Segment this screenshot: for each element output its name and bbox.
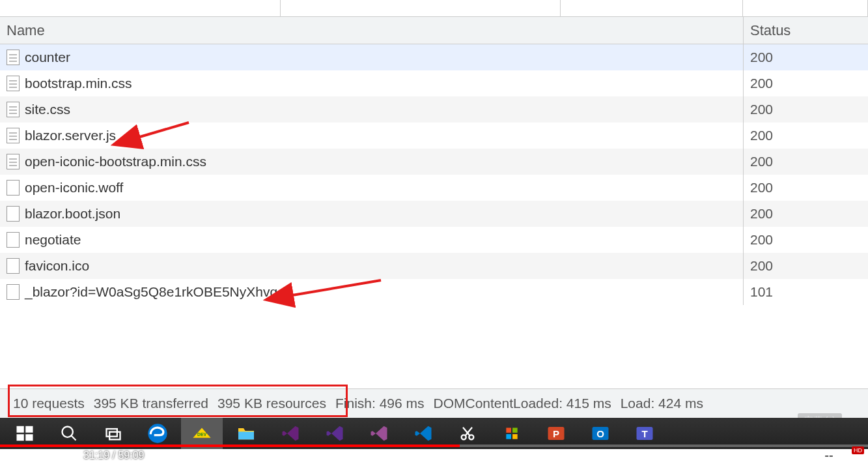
request-status: 200 — [743, 44, 868, 70]
request-status: 200 — [743, 123, 868, 149]
column-header-name[interactable]: Name — [0, 22, 743, 39]
summary-resources: 395 KB resources — [217, 396, 326, 411]
hd-badge: HD — [852, 446, 864, 454]
file-icon — [7, 180, 20, 196]
next-button[interactable] — [34, 449, 47, 462]
network-request-row[interactable]: favicon.ico200 — [0, 253, 868, 279]
summary-requests: 10 requests — [13, 396, 85, 411]
file-icon — [7, 102, 20, 117]
network-request-row[interactable]: counter200 — [0, 44, 868, 70]
request-status: 200 — [743, 201, 868, 227]
file-icon — [7, 232, 20, 248]
svg-rect-34 — [824, 452, 835, 459]
video-player-controls: 31:19 / 59:09 HD — [0, 427, 868, 466]
request-name: open-iconic.woff — [25, 180, 123, 196]
request-status: 200 — [743, 253, 868, 279]
request-name: bootstrap.min.css — [25, 76, 132, 91]
devtools-filter-tabs — [0, 0, 868, 17]
request-status: 101 — [743, 279, 868, 305]
file-icon — [7, 50, 20, 65]
file-icon — [7, 128, 20, 143]
svg-rect-32 — [42, 451, 44, 459]
network-request-row[interactable]: site.css200 — [0, 96, 868, 123]
request-status: 200 — [743, 149, 868, 175]
column-header-status[interactable]: Status — [743, 17, 868, 44]
filter-tab[interactable] — [0, 0, 281, 16]
request-name: open-iconic-bootstrap.min.css — [25, 154, 206, 169]
request-name: counter — [25, 50, 70, 65]
network-table-body: counter200bootstrap.min.css200site.css20… — [0, 44, 868, 305]
network-request-row[interactable]: open-iconic-bootstrap.min.css200 — [0, 149, 868, 175]
filter-tab[interactable] — [743, 0, 868, 16]
filter-tab[interactable] — [281, 0, 561, 16]
svg-rect-36 — [830, 456, 833, 457]
video-time-display: 31:19 / 59:09 — [83, 450, 144, 461]
network-request-row[interactable]: negotiate200 — [0, 227, 868, 253]
request-name: _blazor?id=W0aSg5Q8e1rkOBE5NyXhvg — [25, 284, 277, 300]
svg-marker-33 — [61, 451, 66, 459]
subtitles-button[interactable] — [822, 449, 835, 462]
svg-marker-31 — [36, 451, 42, 459]
summary-finish: Finish: 496 ms — [335, 396, 425, 411]
svg-marker-30 — [12, 451, 20, 459]
request-status: 200 — [743, 70, 868, 96]
settings-button[interactable]: HD — [846, 449, 859, 462]
file-icon — [7, 206, 20, 222]
request-name: favicon.ico — [25, 258, 89, 274]
request-name: blazor.server.js — [25, 128, 116, 143]
summary-domcontentloaded: DOMContentLoaded: 415 ms — [434, 396, 611, 411]
network-table-header: Name Status — [0, 17, 868, 44]
file-icon — [7, 284, 20, 300]
volume-button[interactable] — [59, 449, 72, 462]
request-status: 200 — [743, 227, 868, 253]
network-request-row[interactable]: _blazor?id=W0aSg5Q8e1rkOBE5NyXhvg101 — [0, 279, 868, 305]
summary-load: Load: 424 ms — [621, 396, 703, 411]
request-status: 200 — [743, 175, 868, 201]
network-summary-bar: 10 requests 395 KB transferred 395 KB re… — [0, 388, 868, 417]
request-status: 200 — [743, 96, 868, 123]
request-name: site.css — [25, 102, 70, 117]
network-request-row[interactable]: blazor.server.js200 — [0, 123, 868, 149]
file-icon — [7, 76, 20, 91]
request-name: blazor.boot.json — [25, 206, 120, 222]
network-request-row[interactable]: open-iconic.woff200 — [0, 175, 868, 201]
summary-transferred: 395 KB transferred — [94, 396, 208, 411]
svg-rect-35 — [825, 456, 828, 457]
filter-tab[interactable] — [561, 0, 743, 16]
file-icon — [7, 154, 20, 169]
request-name: negotiate — [25, 232, 81, 248]
file-icon — [7, 258, 20, 274]
network-request-row[interactable]: bootstrap.min.css200 — [0, 70, 868, 96]
play-button[interactable] — [9, 449, 22, 462]
network-request-row[interactable]: blazor.boot.json200 — [0, 201, 868, 227]
